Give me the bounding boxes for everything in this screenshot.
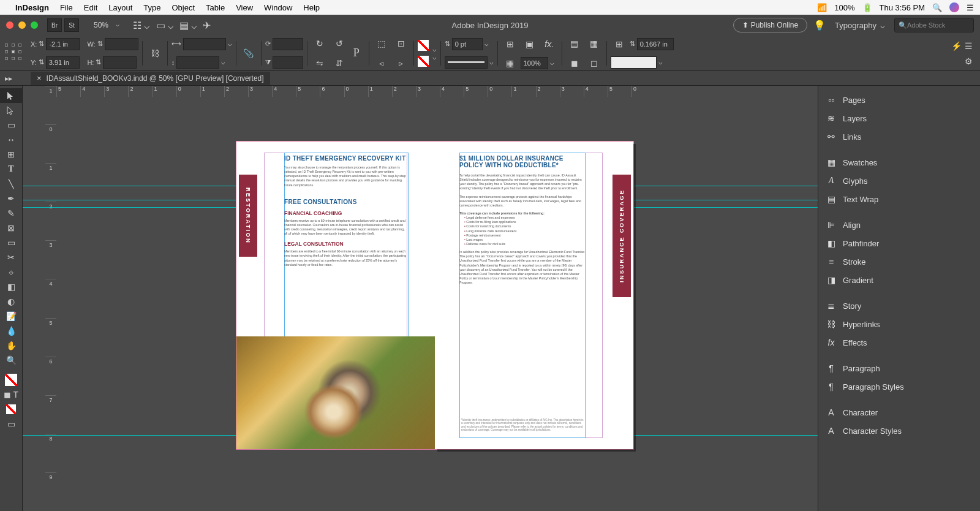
view-options-1[interactable]: ☷ ⌵	[133, 20, 153, 31]
gpu-toggle[interactable]: ✈	[203, 20, 211, 31]
panel-hyperlinks[interactable]: ⛓Hyperlinks	[818, 315, 980, 333]
rectangle-tool[interactable]: ▭	[0, 235, 22, 250]
select-content[interactable]: ⊡	[393, 36, 410, 51]
scale-x-field[interactable]	[183, 38, 226, 50]
help-icon[interactable]: 💡	[813, 20, 826, 31]
eyedropper-tool[interactable]: 💧	[0, 324, 22, 338]
menu-view[interactable]: View	[236, 3, 253, 12]
siri-icon[interactable]	[949, 2, 959, 12]
flip-h[interactable]: ⇋	[311, 56, 328, 70]
scale-y[interactable]: ↕	[172, 59, 175, 66]
panel-gradient[interactable]: ◨Gradient	[818, 271, 980, 289]
menu-table[interactable]: Table	[206, 3, 225, 12]
stroke-style[interactable]	[445, 56, 488, 69]
wrap-none[interactable]: ▤	[566, 36, 583, 51]
type-tool[interactable]: T	[0, 162, 22, 176]
search-icon[interactable]: 🔍	[932, 3, 942, 12]
panel-paragraph[interactable]: ¶Paragraph	[818, 359, 980, 377]
menu-object[interactable]: Object	[172, 3, 195, 12]
note-tool[interactable]: 📝	[0, 309, 22, 324]
workspace-select[interactable]: Typography ⌵	[832, 21, 888, 30]
hand-tool[interactable]: ✋	[0, 338, 22, 353]
fill-swatch[interactable]	[418, 40, 429, 51]
select-prev[interactable]: ◃	[373, 56, 390, 70]
right-page[interactable]: INSURANCE COVERAGE $1 MILLION DOLLAR INS…	[435, 142, 633, 449]
line-tool[interactable]: ╲	[0, 176, 22, 191]
bridge-button[interactable]: Br	[47, 18, 62, 32]
zoom-select[interactable]: 50%	[88, 20, 121, 31]
stepper-icon[interactable]: ⇅	[39, 58, 44, 66]
stock-search[interactable]: 🔍 Adobe Stock	[894, 18, 974, 32]
vertical-ruler[interactable]: 10123456789	[45, 86, 56, 511]
pencil-tool[interactable]: ✎	[0, 206, 22, 221]
rotate-ccw[interactable]: ↺	[331, 36, 348, 51]
menu-layout[interactable]: Layout	[108, 3, 132, 12]
menu-icon[interactable]: ☰	[967, 3, 974, 12]
menu-type[interactable]: Type	[143, 3, 160, 12]
panel-effects[interactable]: fxEffects	[818, 333, 980, 352]
panel-links[interactable]: ⚯Links	[818, 127, 980, 146]
fit-frame[interactable]: ▣	[521, 37, 538, 51]
clip-icon[interactable]: 📎	[240, 46, 257, 61]
zoom-tool[interactable]: 🔍	[0, 353, 22, 368]
wrap-bound[interactable]: ▦	[586, 36, 603, 51]
panel-character[interactable]: ACharacter	[818, 403, 980, 422]
panel-align[interactable]: ⊫Align	[818, 216, 980, 234]
maximize-button[interactable]	[31, 21, 38, 29]
pen-tool[interactable]: ✒	[0, 191, 22, 206]
panel-layers[interactable]: ≋Layers	[818, 109, 980, 127]
panel-paragraph-styles[interactable]: ¶Paragraph Styles	[818, 377, 980, 396]
panel-swatches[interactable]: ▦Swatches	[818, 153, 980, 172]
menu-help[interactable]: Help	[303, 3, 320, 12]
wifi-icon[interactable]: 📶	[817, 3, 827, 12]
stepper-icon[interactable]: ⇅	[630, 40, 635, 48]
x-field[interactable]	[46, 38, 80, 50]
stepper-icon[interactable]: ⇅	[97, 40, 103, 48]
constrain-icon[interactable]: ⛓	[146, 46, 164, 61]
view-mode[interactable]: ▭	[0, 417, 22, 431]
canvas[interactable]: 10123456789 5432101234560123450123450 RE…	[23, 86, 818, 511]
y-field[interactable]	[46, 56, 80, 69]
stock-button[interactable]: St	[64, 18, 79, 32]
panel-pathfinder[interactable]: ◧Pathfinder	[818, 234, 980, 252]
horizontal-ruler[interactable]: 5432101234560123450123450	[56, 86, 655, 97]
rectangle-frame-tool[interactable]: ⊠	[0, 221, 22, 235]
select-container[interactable]: ⬚	[373, 36, 390, 51]
shear-field[interactable]	[273, 56, 303, 69]
style-preset[interactable]	[611, 56, 657, 69]
flip-v[interactable]: ⇵	[331, 56, 348, 70]
panel-story[interactable]: ≣Story	[818, 297, 980, 315]
stepper-icon[interactable]: ⇅	[96, 58, 101, 66]
corner-options[interactable]: ◻	[586, 56, 603, 70]
app-name[interactable]: InDesign	[15, 3, 49, 12]
reference-point[interactable]	[5, 44, 24, 63]
menu-edit[interactable]: Edit	[84, 3, 97, 12]
panel-stroke[interactable]: ≡Stroke	[818, 252, 980, 271]
document-tab[interactable]: × IDAssaultShield_BOOKv3.indd @ 50% [GPU…	[31, 72, 270, 85]
select-next[interactable]: ▹	[393, 56, 410, 70]
page-tool[interactable]: ▭	[0, 118, 22, 132]
gradient-swatch-tool[interactable]: ◧	[0, 279, 22, 294]
rotate-cw[interactable]: ↻	[311, 36, 328, 51]
direct-selection-tool[interactable]	[0, 103, 22, 118]
gradient-feather-tool[interactable]: ◐	[0, 294, 22, 309]
default-fill-stroke[interactable]	[0, 402, 22, 417]
stroke-swatch[interactable]	[418, 56, 429, 67]
clock[interactable]: Thu 3:56 PM	[880, 3, 925, 12]
menu-flyout[interactable]: ☰	[960, 39, 977, 53]
panel-character-styles[interactable]: ACharacter Styles	[818, 422, 980, 440]
gap-tool[interactable]: ↔	[0, 132, 22, 147]
stepper-icon[interactable]: ⇅	[39, 40, 44, 48]
content-collector[interactable]: ⊞	[0, 147, 22, 162]
document-spread[interactable]: RESTORATION ID THEFT EMERGENCY RECOVERY …	[236, 142, 633, 449]
fx-button[interactable]: fx.	[541, 37, 558, 51]
menu-file[interactable]: File	[60, 3, 73, 12]
left-page[interactable]: RESTORATION ID THEFT EMERGENCY RECOVERY …	[236, 142, 435, 449]
auto-fit[interactable]: ⊞	[502, 37, 519, 51]
scale-x[interactable]: ⟷	[172, 40, 181, 48]
h-field[interactable]	[103, 56, 137, 69]
scale-y-field[interactable]	[176, 56, 219, 69]
settings-gear[interactable]: ⚙	[960, 54, 977, 69]
image-frame[interactable]	[236, 336, 435, 449]
stroke-weight[interactable]	[452, 38, 483, 50]
